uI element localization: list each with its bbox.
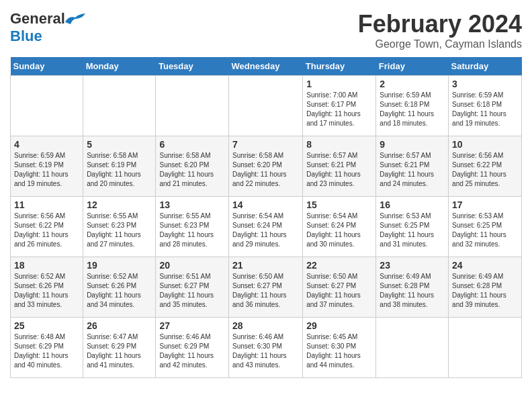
day-info: Sunrise: 6:50 AM Sunset: 6:27 PM Dayligh… <box>306 272 372 310</box>
calendar-cell <box>11 76 83 136</box>
calendar-cell: 3Sunrise: 6:59 AM Sunset: 6:18 PM Daylig… <box>449 76 522 136</box>
calendar-header-row: SundayMondayTuesdayWednesdayThursdayFrid… <box>11 57 522 76</box>
calendar-cell: 19Sunrise: 6:52 AM Sunset: 6:26 PM Dayli… <box>83 257 156 318</box>
title-area: February 2024 George Town, Cayman Island… <box>358 10 522 50</box>
day-number: 6 <box>159 139 225 150</box>
calendar-cell: 14Sunrise: 6:54 AM Sunset: 6:24 PM Dayli… <box>229 197 303 257</box>
calendar-cell: 27Sunrise: 6:46 AM Sunset: 6:29 PM Dayli… <box>156 318 229 378</box>
day-number: 8 <box>306 139 372 150</box>
calendar-week-4: 18Sunrise: 6:52 AM Sunset: 6:26 PM Dayli… <box>11 257 522 318</box>
calendar-week-2: 4Sunrise: 6:59 AM Sunset: 6:19 PM Daylig… <box>11 136 522 197</box>
calendar-cell: 18Sunrise: 6:52 AM Sunset: 6:26 PM Dayli… <box>11 257 83 318</box>
day-info: Sunrise: 6:56 AM Sunset: 6:22 PM Dayligh… <box>452 151 518 189</box>
day-number: 14 <box>232 199 299 210</box>
day-info: Sunrise: 6:52 AM Sunset: 6:26 PM Dayligh… <box>87 272 152 310</box>
day-info: Sunrise: 6:56 AM Sunset: 6:22 PM Dayligh… <box>14 212 79 249</box>
day-number: 24 <box>452 260 518 271</box>
calendar-week-1: 1Sunrise: 7:00 AM Sunset: 6:17 PM Daylig… <box>11 76 522 136</box>
calendar-table: SundayMondayTuesdayWednesdayThursdayFrid… <box>10 57 522 378</box>
calendar-cell: 16Sunrise: 6:53 AM Sunset: 6:25 PM Dayli… <box>376 197 449 257</box>
day-number: 11 <box>14 199 79 210</box>
day-info: Sunrise: 6:52 AM Sunset: 6:26 PM Dayligh… <box>14 272 79 310</box>
day-number: 2 <box>380 79 445 89</box>
calendar-cell: 13Sunrise: 6:55 AM Sunset: 6:23 PM Dayli… <box>156 197 229 257</box>
day-number: 18 <box>14 260 79 271</box>
calendar-cell: 26Sunrise: 6:47 AM Sunset: 6:29 PM Dayli… <box>83 318 156 378</box>
calendar-cell: 12Sunrise: 6:55 AM Sunset: 6:23 PM Dayli… <box>83 197 156 257</box>
day-info: Sunrise: 6:53 AM Sunset: 6:25 PM Dayligh… <box>380 212 445 249</box>
header-friday: Friday <box>376 57 449 76</box>
header: General Blue February 2024 George Town, … <box>10 10 522 50</box>
day-info: Sunrise: 6:51 AM Sunset: 6:27 PM Dayligh… <box>159 272 225 310</box>
day-info: Sunrise: 6:57 AM Sunset: 6:21 PM Dayligh… <box>380 151 445 189</box>
day-number: 22 <box>306 260 372 271</box>
day-info: Sunrise: 6:58 AM Sunset: 6:19 PM Dayligh… <box>87 151 152 189</box>
day-number: 1 <box>306 79 372 89</box>
calendar-cell: 15Sunrise: 6:54 AM Sunset: 6:24 PM Dayli… <box>303 197 376 257</box>
day-info: Sunrise: 6:55 AM Sunset: 6:23 PM Dayligh… <box>87 212 152 249</box>
calendar-cell: 8Sunrise: 6:57 AM Sunset: 6:21 PM Daylig… <box>303 136 376 197</box>
calendar-cell: 5Sunrise: 6:58 AM Sunset: 6:19 PM Daylig… <box>83 136 156 197</box>
calendar-cell: 1Sunrise: 7:00 AM Sunset: 6:17 PM Daylig… <box>303 76 376 136</box>
month-title: February 2024 <box>358 10 522 38</box>
header-saturday: Saturday <box>449 57 522 76</box>
day-info: Sunrise: 6:54 AM Sunset: 6:24 PM Dayligh… <box>232 212 299 249</box>
day-info: Sunrise: 6:50 AM Sunset: 6:27 PM Dayligh… <box>232 272 299 310</box>
calendar-cell <box>156 76 229 136</box>
calendar-cell: 25Sunrise: 6:48 AM Sunset: 6:29 PM Dayli… <box>11 318 83 378</box>
calendar-cell: 4Sunrise: 6:59 AM Sunset: 6:19 PM Daylig… <box>11 136 83 197</box>
header-thursday: Thursday <box>303 57 376 76</box>
calendar-cell: 22Sunrise: 6:50 AM Sunset: 6:27 PM Dayli… <box>303 257 376 318</box>
day-number: 25 <box>14 320 79 331</box>
day-info: Sunrise: 6:45 AM Sunset: 6:30 PM Dayligh… <box>306 332 372 370</box>
day-info: Sunrise: 6:55 AM Sunset: 6:23 PM Dayligh… <box>159 212 225 249</box>
day-info: Sunrise: 6:46 AM Sunset: 6:29 PM Dayligh… <box>159 332 225 370</box>
day-number: 10 <box>452 139 518 150</box>
day-info: Sunrise: 6:48 AM Sunset: 6:29 PM Dayligh… <box>14 332 79 370</box>
calendar-cell <box>83 76 156 136</box>
header-monday: Monday <box>83 57 156 76</box>
day-number: 16 <box>380 199 445 210</box>
calendar-cell: 20Sunrise: 6:51 AM Sunset: 6:27 PM Dayli… <box>156 257 229 318</box>
day-info: Sunrise: 6:57 AM Sunset: 6:21 PM Dayligh… <box>306 151 372 189</box>
day-number: 5 <box>87 139 152 150</box>
day-info: Sunrise: 7:00 AM Sunset: 6:17 PM Dayligh… <box>306 91 372 128</box>
day-number: 29 <box>306 320 372 331</box>
calendar-cell: 24Sunrise: 6:49 AM Sunset: 6:28 PM Dayli… <box>449 257 522 318</box>
calendar-cell: 28Sunrise: 6:46 AM Sunset: 6:30 PM Dayli… <box>229 318 303 378</box>
calendar-week-5: 25Sunrise: 6:48 AM Sunset: 6:29 PM Dayli… <box>11 318 522 378</box>
day-info: Sunrise: 6:59 AM Sunset: 6:19 PM Dayligh… <box>14 151 79 189</box>
day-info: Sunrise: 6:58 AM Sunset: 6:20 PM Dayligh… <box>232 151 299 189</box>
header-sunday: Sunday <box>11 57 83 76</box>
day-number: 7 <box>232 139 299 150</box>
day-number: 13 <box>159 199 225 210</box>
logo-bird-icon <box>65 12 85 26</box>
day-info: Sunrise: 6:58 AM Sunset: 6:20 PM Dayligh… <box>159 151 225 189</box>
calendar-cell: 6Sunrise: 6:58 AM Sunset: 6:20 PM Daylig… <box>156 136 229 197</box>
day-number: 20 <box>159 260 225 271</box>
day-info: Sunrise: 6:54 AM Sunset: 6:24 PM Dayligh… <box>306 212 372 249</box>
day-number: 28 <box>232 320 299 331</box>
logo-blue-text: Blue <box>10 28 42 45</box>
day-number: 3 <box>452 79 518 89</box>
day-info: Sunrise: 6:49 AM Sunset: 6:28 PM Dayligh… <box>380 272 445 310</box>
day-number: 12 <box>87 199 152 210</box>
day-info: Sunrise: 6:49 AM Sunset: 6:28 PM Dayligh… <box>452 272 518 310</box>
location-title: George Town, Cayman Islands <box>358 38 522 50</box>
calendar-cell <box>376 318 449 378</box>
day-number: 4 <box>14 139 79 150</box>
day-number: 15 <box>306 199 372 210</box>
calendar-cell <box>229 76 303 136</box>
calendar-cell: 9Sunrise: 6:57 AM Sunset: 6:21 PM Daylig… <box>376 136 449 197</box>
day-number: 17 <box>452 199 518 210</box>
day-number: 21 <box>232 260 299 271</box>
calendar-cell: 7Sunrise: 6:58 AM Sunset: 6:20 PM Daylig… <box>229 136 303 197</box>
header-tuesday: Tuesday <box>156 57 229 76</box>
day-number: 26 <box>87 320 152 331</box>
day-number: 9 <box>380 139 445 150</box>
day-info: Sunrise: 6:47 AM Sunset: 6:29 PM Dayligh… <box>87 332 152 370</box>
logo: General Blue <box>10 10 85 45</box>
calendar-cell: 10Sunrise: 6:56 AM Sunset: 6:22 PM Dayli… <box>449 136 522 197</box>
calendar-cell: 23Sunrise: 6:49 AM Sunset: 6:28 PM Dayli… <box>376 257 449 318</box>
day-number: 19 <box>87 260 152 271</box>
